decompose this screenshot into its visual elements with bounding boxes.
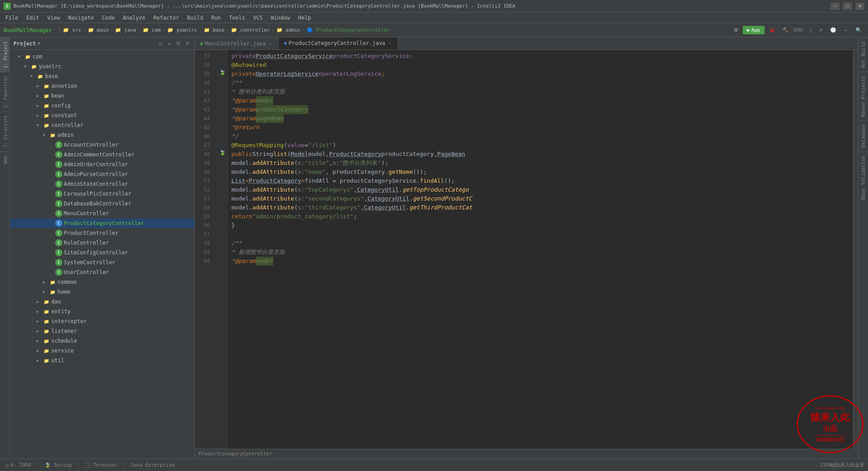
toolbar-debug-btn[interactable]: 🐞: [766, 26, 778, 34]
menu-run[interactable]: Run: [208, 14, 225, 22]
tab-ProductCategoryController-close[interactable]: ✕: [387, 41, 392, 46]
svn-commit-btn[interactable]: ✓: [816, 26, 826, 34]
left-vtab-favorites[interactable]: 2: Favorites: [0, 72, 9, 111]
status-java-enterprise[interactable]: Java Enterprise: [129, 462, 177, 468]
tree-item-admin[interactable]: ▼ 📁 admin: [10, 130, 194, 140]
tree-item-ProductCategoryController[interactable]: C ProductCategoryController: [10, 218, 194, 228]
breadcrumb-yuanlrc[interactable]: 📁 yuanlrc: [167, 27, 197, 33]
breadcrumb-base[interactable]: 📁 base: [204, 27, 225, 33]
tree-item-service[interactable]: ▶ 📁 service: [10, 346, 194, 356]
tree-item-AdminCommentController[interactable]: C AdminCommentController: [10, 150, 194, 160]
menu-vcs[interactable]: VCS: [250, 14, 267, 22]
tree-item-config[interactable]: ▶ 📁 config: [10, 101, 194, 111]
tree-item-UserController[interactable]: C UserController: [10, 267, 194, 277]
maximize-button[interactable]: □: [843, 3, 852, 10]
menu-navigate[interactable]: Navigate: [65, 14, 98, 22]
breadcrumb-com[interactable]: 📁 com: [143, 27, 161, 33]
folder-icon-common: 📁: [49, 279, 56, 286]
tree-item-dao[interactable]: ▶ 📁 dao: [10, 297, 194, 307]
tree-item-com[interactable]: ▼ 📁 com: [10, 52, 194, 61]
tab-MenuController[interactable]: ● MenuController.java ✕: [195, 37, 279, 49]
editor-scrollbar[interactable]: [853, 50, 858, 449]
menu-edit[interactable]: Edit: [23, 14, 43, 22]
tree-item-AdminOrderController[interactable]: C AdminOrderController: [10, 160, 194, 169]
right-panels: Ant Build Maven Projects Database Bean V…: [858, 37, 868, 459]
tree-item-schedule[interactable]: ▶ 📁 schedule: [10, 336, 194, 346]
tree-item-DatabaseBakController[interactable]: C DatabaseBakController: [10, 199, 194, 209]
tree-item-bean[interactable]: ▶ 📁 bean: [10, 91, 194, 101]
tree-label-AdminOrderController: AdminOrderController: [64, 161, 128, 168]
sidebar-close-btn[interactable]: ✕: [184, 40, 191, 47]
right-panel-ant-build[interactable]: Ant Build: [859, 37, 868, 72]
status-todo[interactable]: ☑ 6: TODO: [4, 462, 33, 468]
tree-item-annotion[interactable]: ▶ 📁 annotion: [10, 81, 194, 91]
sidebar-collapse-btn[interactable]: ≡: [166, 40, 173, 47]
tree-item-listener[interactable]: ▶ 📁 listener: [10, 326, 194, 336]
tree-item-SystemController[interactable]: C SystemController: [10, 258, 194, 267]
toolbar-settings-btn[interactable]: ⚙: [731, 26, 741, 34]
tree-item-SiteConfigController[interactable]: C SiteConfigController: [10, 248, 194, 258]
tree-item-yuanlrc[interactable]: ▼ 📁 yuanlrc: [10, 61, 194, 71]
tree-item-CarouselPicController[interactable]: C CarouselPicController: [10, 189, 194, 199]
right-panel-bean-validation[interactable]: Bean Validation: [859, 152, 868, 203]
breadcrumb-admin[interactable]: 📁 admin: [276, 27, 300, 33]
breadcrumb-java[interactable]: 📁 java: [115, 27, 136, 33]
menu-view[interactable]: View: [44, 14, 64, 22]
tree-item-interceptor[interactable]: ▶ 📁 interceptor: [10, 316, 194, 326]
tab-MenuController-close[interactable]: ✕: [267, 41, 273, 46]
sidebar-sync-btn[interactable]: ⊙: [157, 40, 164, 47]
status-terminal[interactable]: ⬛ Terminal: [83, 462, 119, 468]
tree-item-AdminPurseController[interactable]: C AdminPurseController: [10, 169, 194, 179]
breadcrumb-src[interactable]: 📁 src: [63, 27, 81, 33]
toolbar-search-btn[interactable]: 🔍: [853, 26, 864, 34]
minimize-button[interactable]: ─: [831, 3, 839, 10]
tree-label-annotion: annotion: [51, 83, 77, 89]
menu-tools[interactable]: Tools: [226, 14, 249, 22]
left-vtab-structure[interactable]: 7: Structure: [0, 111, 9, 151]
menu-build[interactable]: Build: [184, 14, 207, 22]
menu-file[interactable]: File: [2, 14, 22, 22]
menu-window[interactable]: Window: [267, 14, 293, 22]
tree-label-com: com: [33, 53, 42, 60]
tree-label-AccountController: AccountController: [64, 142, 119, 148]
status-spring[interactable]: 🍃 Spring: [43, 462, 73, 468]
folder-icon-constant: 📁: [43, 112, 50, 119]
menu-refactor[interactable]: Refactor: [150, 14, 183, 22]
tree-item-ProductController[interactable]: C ProductController: [10, 228, 194, 238]
folder-icon-admin: 📁: [49, 131, 56, 139]
java-icon-RoleController: C: [55, 239, 62, 246]
tree-item-util[interactable]: ▶ 📁 util: [10, 356, 194, 365]
tree-item-RoleController[interactable]: C RoleController: [10, 238, 194, 248]
tree-item-controller[interactable]: ▼ 📁 controller: [10, 120, 194, 130]
sidebar-dropdown-icon[interactable]: ▼: [38, 41, 41, 46]
close-button[interactable]: ✕: [856, 3, 864, 10]
tree-item-MenuController[interactable]: C MenuController: [10, 209, 194, 218]
toolbar-back-btn[interactable]: ←: [841, 27, 851, 34]
tree-item-constant[interactable]: ▶ 📁 constant: [10, 111, 194, 120]
menu-code[interactable]: Code: [99, 14, 119, 22]
svn-update-btn[interactable]: ↑: [807, 27, 815, 34]
right-panel-database[interactable]: Database: [859, 120, 868, 152]
tab-ProductCategoryController[interactable]: ● ProductCategoryController.java ✕: [279, 37, 398, 49]
code-content[interactable]: private ProductCategoryService productCa…: [228, 50, 853, 449]
left-vtab-project[interactable]: 1: Project: [0, 37, 9, 72]
menu-help[interactable]: Help: [295, 14, 315, 22]
breadcrumb-file[interactable]: 🔵 ProductCategoryController: [307, 27, 390, 33]
toolbar-clock-btn[interactable]: 🕐: [827, 26, 839, 34]
project-name: BookMallManager: [4, 27, 52, 33]
breadcrumb-main[interactable]: 📁 main: [88, 27, 109, 33]
breadcrumb-controller[interactable]: 📁 controller: [231, 27, 270, 33]
tree-item-AccountController[interactable]: C AccountController: [10, 140, 194, 150]
tree-item-base[interactable]: ▼ 📁 base: [10, 71, 194, 81]
right-panel-maven[interactable]: Maven Projects: [859, 72, 868, 121]
sidebar-settings-btn[interactable]: ⚙: [175, 40, 182, 47]
tree-item-entity[interactable]: ▶ 📁 entity: [10, 307, 194, 316]
tree-item-home[interactable]: ▶ 📁 home: [10, 287, 194, 297]
java-icon-SiteConfigController: C: [55, 249, 62, 256]
toolbar-build-btn[interactable]: 🔨: [780, 26, 791, 34]
left-vtab-web[interactable]: Web: [0, 152, 9, 167]
menu-analyze[interactable]: Analyze: [119, 14, 149, 22]
tree-item-common[interactable]: ▶ 📁 common: [10, 277, 194, 287]
tree-item-AdminStateController[interactable]: C AdminStateController: [10, 179, 194, 189]
run-button[interactable]: ▶App: [743, 26, 765, 34]
